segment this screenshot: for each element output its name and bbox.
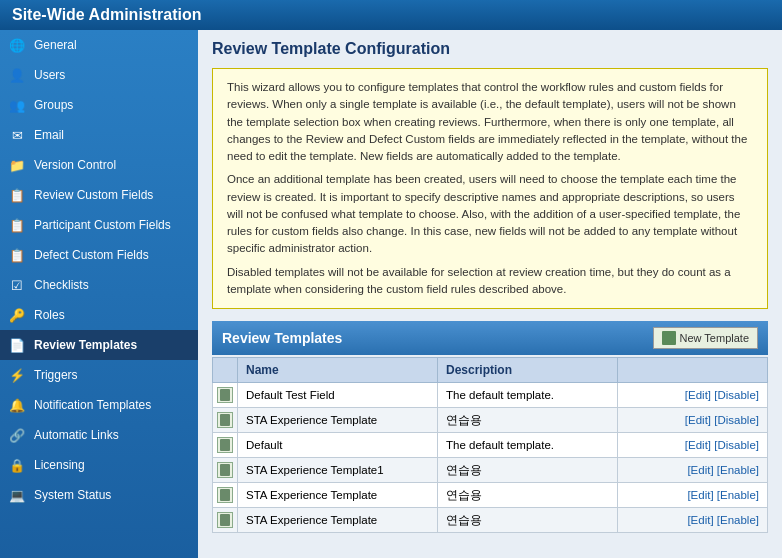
row-name: STA Experience Template	[238, 483, 438, 508]
sidebar-item-version-control[interactable]: 📁Version Control	[0, 150, 198, 180]
row-icon-inner	[220, 489, 230, 501]
table-row: STA Experience Template연습용[Edit] [Disabl…	[213, 408, 768, 433]
row-icon-cell	[213, 483, 238, 508]
row-actions: [Edit] [Disable]	[618, 383, 768, 408]
info-box: This wizard allows you to configure temp…	[212, 68, 768, 309]
row-description: 연습용	[438, 458, 618, 483]
sidebar-item-review-templates[interactable]: 📄Review Templates	[0, 330, 198, 360]
col-description: Description	[438, 358, 618, 383]
col-actions	[618, 358, 768, 383]
globe-icon: 🌐	[8, 36, 26, 54]
row-icon-cell	[213, 433, 238, 458]
section-title: Review Templates	[222, 330, 342, 346]
edit-link[interactable]: [Edit]	[687, 489, 713, 501]
new-template-label: New Template	[680, 332, 750, 344]
sidebar-item-review-custom-fields[interactable]: 📋Review Custom Fields	[0, 180, 198, 210]
col-icon	[213, 358, 238, 383]
sidebar-label-checklists: Checklists	[34, 278, 89, 292]
row-template-icon	[217, 462, 233, 478]
edit-link[interactable]: [Edit]	[687, 514, 713, 526]
info-paragraph-1: Once an additional template has been cre…	[227, 171, 753, 257]
templates-table: Name Description Default Test FieldThe d…	[212, 357, 768, 533]
licensing-icon: 🔒	[8, 456, 26, 474]
sidebar-label-groups: Groups	[34, 98, 73, 112]
sidebar-item-groups[interactable]: 👥Groups	[0, 90, 198, 120]
row-actions: [Edit] [Enable]	[618, 508, 768, 533]
status-icon: 💻	[8, 486, 26, 504]
sidebar: 🌐General👤Users👥Groups✉Email📁Version Cont…	[0, 30, 198, 558]
content-area: Review Template Configuration This wizar…	[198, 30, 782, 558]
row-description: 연습용	[438, 483, 618, 508]
row-template-icon	[217, 387, 233, 403]
checklist-icon: ☑	[8, 276, 26, 294]
status-link[interactable]: [Enable]	[717, 489, 759, 501]
table-row: Default Test FieldThe default template.[…	[213, 383, 768, 408]
edit-link[interactable]: [Edit]	[687, 464, 713, 476]
sidebar-item-participant-custom-fields[interactable]: 📋Participant Custom Fields	[0, 210, 198, 240]
row-actions: [Edit] [Disable]	[618, 433, 768, 458]
fields-icon: 📋	[8, 186, 26, 204]
edit-link[interactable]: [Edit]	[685, 414, 711, 426]
site-header: Site-Wide Administration	[0, 0, 782, 30]
version-icon: 📁	[8, 156, 26, 174]
row-description: 연습용	[438, 508, 618, 533]
sidebar-label-licensing: Licensing	[34, 458, 85, 472]
row-template-icon	[217, 487, 233, 503]
table-row: STA Experience Template1연습용[Edit] [Enabl…	[213, 458, 768, 483]
row-icon-inner	[220, 389, 230, 401]
fields-icon: 📋	[8, 216, 26, 234]
page-title: Review Template Configuration	[212, 40, 768, 58]
row-template-icon	[217, 437, 233, 453]
sidebar-item-automatic-links[interactable]: 🔗Automatic Links	[0, 420, 198, 450]
status-link[interactable]: [Disable]	[714, 439, 759, 451]
sidebar-item-defect-custom-fields[interactable]: 📋Defect Custom Fields	[0, 240, 198, 270]
row-icon-cell	[213, 383, 238, 408]
row-icon-cell	[213, 508, 238, 533]
sidebar-label-notification-templates: Notification Templates	[34, 398, 151, 412]
sidebar-item-users[interactable]: 👤Users	[0, 60, 198, 90]
sidebar-label-automatic-links: Automatic Links	[34, 428, 119, 442]
status-link[interactable]: [Enable]	[717, 464, 759, 476]
sidebar-item-roles[interactable]: 🔑Roles	[0, 300, 198, 330]
row-description: The default template.	[438, 433, 618, 458]
info-paragraph-2: Disabled templates will not be available…	[227, 264, 753, 299]
sidebar-label-triggers: Triggers	[34, 368, 78, 382]
status-link[interactable]: [Disable]	[714, 389, 759, 401]
sidebar-item-licensing[interactable]: 🔒Licensing	[0, 450, 198, 480]
sidebar-label-review-custom-fields: Review Custom Fields	[34, 188, 153, 202]
row-icon-inner	[220, 464, 230, 476]
header-title: Site-Wide Administration	[12, 6, 202, 23]
sidebar-item-triggers[interactable]: ⚡Triggers	[0, 360, 198, 390]
sidebar-label-defect-custom-fields: Defect Custom Fields	[34, 248, 149, 262]
sidebar-label-users: Users	[34, 68, 65, 82]
row-name: STA Experience Template	[238, 408, 438, 433]
row-name: STA Experience Template1	[238, 458, 438, 483]
edit-link[interactable]: [Edit]	[685, 439, 711, 451]
sidebar-item-system-status[interactable]: 💻System Status	[0, 480, 198, 510]
sidebar-label-version-control: Version Control	[34, 158, 116, 172]
row-template-icon	[217, 512, 233, 528]
section-header: Review Templates New Template	[212, 321, 768, 355]
row-icon-inner	[220, 439, 230, 451]
sidebar-item-notification-templates[interactable]: 🔔Notification Templates	[0, 390, 198, 420]
row-description: 연습용	[438, 408, 618, 433]
row-name: STA Experience Template	[238, 508, 438, 533]
edit-link[interactable]: [Edit]	[685, 389, 711, 401]
sidebar-item-email[interactable]: ✉Email	[0, 120, 198, 150]
users-icon: 👤	[8, 66, 26, 84]
col-name: Name	[238, 358, 438, 383]
notification-icon: 🔔	[8, 396, 26, 414]
sidebar-label-system-status: System Status	[34, 488, 111, 502]
sidebar-label-review-templates: Review Templates	[34, 338, 137, 352]
sidebar-label-roles: Roles	[34, 308, 65, 322]
table-row: DefaultThe default template.[Edit] [Disa…	[213, 433, 768, 458]
sidebar-item-general[interactable]: 🌐General	[0, 30, 198, 60]
templates-icon: 📄	[8, 336, 26, 354]
sidebar-label-email: Email	[34, 128, 64, 142]
links-icon: 🔗	[8, 426, 26, 444]
sidebar-item-checklists[interactable]: ☑Checklists	[0, 270, 198, 300]
table-row: STA Experience Template연습용[Edit] [Enable…	[213, 508, 768, 533]
new-template-button[interactable]: New Template	[653, 327, 759, 349]
status-link[interactable]: [Disable]	[714, 414, 759, 426]
status-link[interactable]: [Enable]	[717, 514, 759, 526]
